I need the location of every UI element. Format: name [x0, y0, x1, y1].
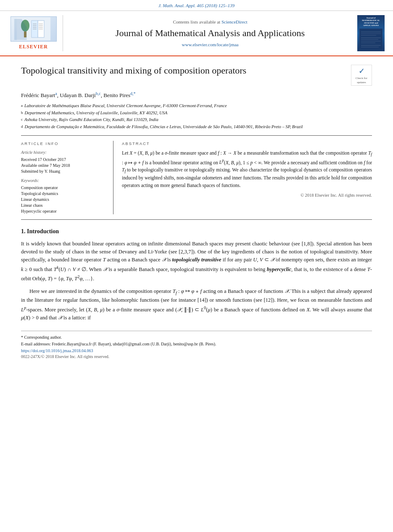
intro-paragraph-1: It is widely known that bounded linear o… — [21, 240, 372, 283]
journal-center-info: Contents lists available at ScienceDirec… — [67, 15, 353, 51]
elsevier-brand-text: ELSEVIER — [19, 43, 48, 50]
article-title-section: Topological transitivity and mixing of c… — [21, 65, 372, 86]
keywords-label: Keywords: — [21, 178, 107, 184]
history-label: Article history: — [21, 150, 107, 155]
author-3-name: Benito Pires — [103, 92, 130, 99]
svg-rect-14 — [359, 29, 382, 50]
journal-reference-text: J. Math. Anal. Appl. 465 (2018) 125–139 — [158, 3, 235, 8]
footer-section: * Corresponding author. E-mail addresses… — [21, 331, 372, 360]
abstract-column: ABSTRACT Let X = (X, B, μ) be a σ-finite… — [122, 141, 372, 214]
authors-line: Frédéric Bayarta, Udayan B. Darjib,c, Be… — [21, 91, 372, 100]
article-title: Topological transitivity and mixing of c… — [21, 65, 345, 77]
author-1-name: Frédéric Bayart — [21, 92, 55, 99]
svg-point-1 — [21, 20, 29, 32]
author-3-sup: d,* — [130, 91, 136, 96]
received-date: Received 17 October 2017 — [21, 157, 107, 163]
intro-paragraph-2: Here we are interested in the dynamics o… — [21, 287, 372, 322]
journal-url[interactable]: www.elsevier.com/locate/jmaa — [182, 42, 239, 48]
aff-b-super: b — [21, 110, 23, 116]
transitive-term: topologically transitive — [172, 257, 221, 263]
author-1-sup: a — [55, 91, 57, 96]
hypercyclic-term: hypercyclic — [267, 266, 291, 272]
bounded-text: bounded — [153, 160, 169, 165]
doi-line[interactable]: https://doi.org/10.1016/j.jmaa.2018.04.0… — [21, 348, 372, 354]
article-history-section: Article history: Received 17 October 201… — [21, 150, 107, 174]
journal-cover-thumbnail: Journal ofMATHEMATICALANALYSIS andAPPLIC… — [357, 15, 385, 51]
cover-title-text: Journal ofMATHEMATICALANALYSIS andAPPLIC… — [362, 17, 380, 27]
affiliation-b: b Department of Mathematics, University … — [21, 110, 372, 116]
abstract-label: ABSTRACT — [122, 141, 372, 146]
affiliation-a: a Laboratoire de Mathématiques Blaise Pa… — [21, 103, 372, 109]
journal-reference-bar: J. Math. Anal. Appl. 465 (2018) 125–139 — [0, 0, 393, 11]
science-direct-link[interactable]: ScienceDirect — [222, 19, 248, 24]
aff-c-super: c — [21, 117, 23, 123]
author-2-sup: b,c — [96, 91, 101, 96]
aff-c-text: Ashoka University, Rajiv Gandhi Educatio… — [24, 117, 158, 123]
keyword-5: Hypercyclic operator — [21, 208, 107, 214]
journal-logo-area: ELSEVIER — [8, 15, 63, 51]
this-text: This — [291, 288, 301, 294]
aff-d-super: d — [21, 124, 23, 130]
journal-title: Journal of Mathematical Analysis and App… — [116, 27, 305, 40]
aff-d-text: Departamento de Computação e Matemática,… — [25, 124, 303, 130]
page: J. Math. Anal. Appl. 465 (2018) 125–139 — [0, 0, 393, 532]
corresponding-author-note: * Corresponding author. — [21, 334, 372, 340]
abstract-text: Let X = (X, B, μ) be a σ-finite measure … — [122, 150, 372, 189]
submitted-by: Submitted by Y. Huang — [21, 169, 107, 174]
article-info-label: ARTICLE INFO — [21, 141, 107, 146]
keyword-2: Topological dynamics — [21, 191, 107, 197]
introduction-heading: 1. Introduction — [21, 227, 372, 236]
email-addresses: Frederic.Bayart@uca.fr (F. Bayart), ubda… — [52, 342, 216, 346]
article-body: Topological transitivity and mixing of c… — [0, 56, 393, 368]
keyword-1: Composition operator — [21, 185, 107, 191]
aff-b-text: Department of Mathematics, University of… — [25, 110, 168, 116]
affiliations-section: a Laboratoire de Mathématiques Blaise Pa… — [21, 103, 372, 130]
doi-url[interactable]: https://doi.org/10.1016/j.jmaa.2018.04.0… — [21, 348, 93, 353]
abstract-copyright: © 2018 Elsevier Inc. All rights reserved… — [122, 192, 372, 199]
check-icon: ✓ — [359, 66, 365, 76]
email-addresses-line: E-mail addresses: Frederic.Bayart@uca.fr… — [21, 341, 372, 347]
affiliation-c: c Ashoka University, Rajiv Gandhi Educat… — [21, 117, 372, 123]
svg-rect-2 — [24, 32, 26, 37]
keyword-4: Linear chaos — [21, 203, 107, 208]
science-direct-notice: Contents lists available at ScienceDirec… — [173, 19, 247, 25]
keyword-3: Linear dynamics — [21, 197, 107, 203]
issn-copyright: 0022-247X/© 2018 Elsevier Inc. All right… — [21, 354, 372, 360]
email-label: E-mail addresses: — [21, 342, 51, 346]
aff-a-super: a — [21, 103, 23, 109]
author-2-name: Udayan B. Darji — [60, 92, 96, 99]
article-info-abstract-row: ARTICLE INFO Article history: Received 1… — [21, 135, 372, 220]
contents-label: Contents lists available at — [173, 19, 220, 24]
journal-header: ELSEVIER Contents lists available at Sci… — [0, 11, 393, 56]
check-updates-badge: ✓ Check for updates — [351, 65, 372, 86]
affiliation-d: d Departamento de Computação e Matemátic… — [21, 124, 372, 130]
available-date: Available online 7 May 2018 — [21, 163, 107, 169]
article-info-column: ARTICLE INFO Article history: Received 1… — [21, 141, 113, 214]
elsevier-logo-graphic — [11, 16, 57, 42]
check-badge-label: Check for updates — [351, 76, 372, 85]
keywords-section: Keywords: Composition operator Topologic… — [21, 178, 107, 214]
aff-a-text: Laboratoire de Mathématiques Blaise Pasc… — [24, 103, 227, 109]
corresponding-label: * Corresponding author. — [21, 335, 62, 340]
